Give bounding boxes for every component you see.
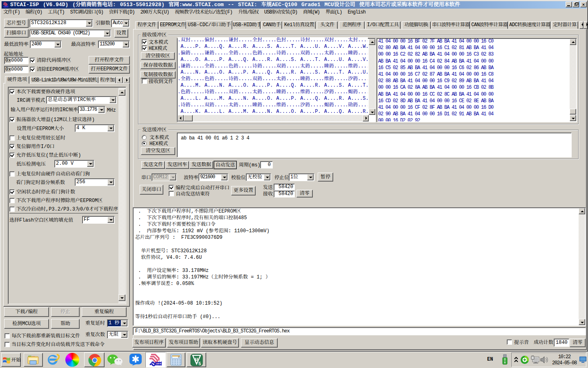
svg-text:μ: μ	[195, 356, 198, 362]
svg-text:5: 5	[198, 361, 201, 366]
svg-text:0: 0	[178, 356, 180, 359]
